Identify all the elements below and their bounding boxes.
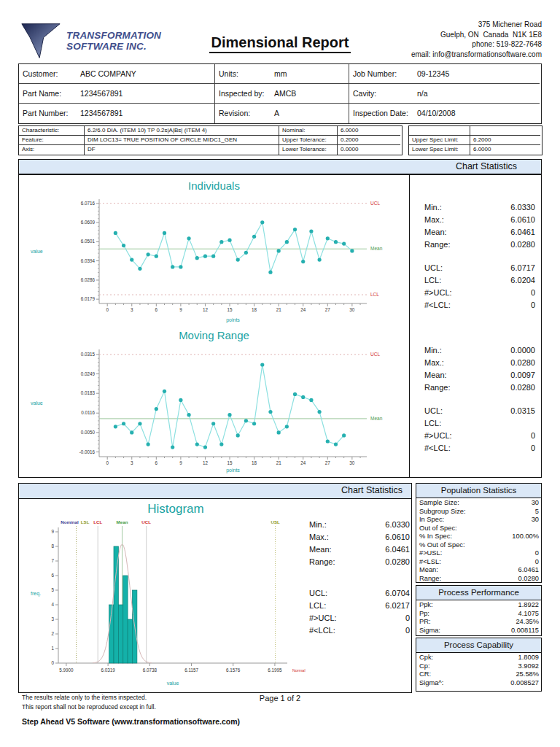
stat-label: #<LSL:: [419, 558, 441, 567]
stat-label: Subgroup Size:: [419, 508, 466, 516]
info-cell-value: 09-12345: [417, 69, 449, 78]
stat-row: Max.:6.0610: [419, 214, 537, 226]
data-point: [326, 236, 330, 240]
data-point: [293, 392, 297, 396]
stat-value: 30: [532, 516, 539, 525]
stat-label: % In Spec:: [419, 533, 452, 541]
svg-text:9: 9: [179, 460, 182, 465]
char-label: Axis:: [19, 145, 85, 155]
stat-row: Subgroup Size:5: [416, 508, 541, 516]
data-point: [155, 407, 158, 411]
stat-row: LCL:: [419, 417, 537, 430]
svg-text:value: value: [167, 681, 179, 686]
data-point: [260, 220, 264, 224]
stat-value: 6.0330: [385, 519, 410, 531]
page-number: Page 1 of 2: [0, 694, 560, 703]
data-point: [334, 240, 338, 244]
data-point: [326, 439, 330, 443]
stat-value: 6.0461: [518, 566, 539, 575]
info-cell-label: Part Number:: [23, 104, 80, 123]
data-series-line: [115, 222, 351, 272]
svg-text:Mean: Mean: [117, 519, 128, 525]
data-point: [130, 258, 133, 262]
tolerance-value: 0.0000: [338, 145, 400, 155]
info-cell-value: n/a: [417, 89, 428, 98]
char-value: DF: [85, 145, 279, 155]
stat-value: 6.0461: [510, 226, 535, 239]
stats-divider: [409, 175, 410, 477]
svg-text:LCL: LCL: [93, 519, 102, 525]
stat-value: 100.00%: [512, 533, 539, 541]
svg-text:LSL: LSL: [81, 519, 90, 525]
stat-label: #<LCL:: [309, 624, 335, 637]
svg-text:24: 24: [300, 307, 306, 312]
histogram-bar: [118, 605, 122, 663]
address-line: phone: 519-822-7648: [411, 39, 542, 50]
stat-row: Pp:4.1075: [416, 610, 541, 619]
stat-value: 0.0000: [510, 344, 535, 357]
stat-value: 3.9092: [518, 662, 539, 671]
svg-text:21: 21: [276, 307, 282, 312]
data-point: [268, 410, 272, 414]
stat-label: Mean:: [309, 543, 332, 556]
svg-text:30: 30: [349, 307, 355, 312]
data-point: [260, 363, 264, 366]
spec-value: [470, 126, 540, 136]
stat-row: Out of Spec:: [416, 525, 541, 533]
data-point: [203, 255, 207, 258]
svg-text:0: 0: [106, 460, 109, 465]
svg-text:6.0716: 6.0716: [81, 201, 96, 206]
svg-text:6: 6: [155, 460, 158, 465]
stat-row: % Out of Spec:: [416, 541, 541, 550]
data-point: [244, 251, 248, 255]
stat-label: UCL:: [424, 405, 443, 417]
process-performance-box: Process Performance Ppk:1.8922Pp:4.1075P…: [416, 585, 542, 636]
data-point: [155, 255, 158, 258]
svg-text:6.0501: 6.0501: [81, 239, 96, 244]
stat-value: 6.0217: [385, 600, 410, 612]
svg-text:USL: USL: [271, 519, 280, 525]
chart-statistics-band: Chart Statistics: [18, 159, 542, 174]
info-cell-value: AMCB: [274, 89, 296, 98]
svg-text:9: 9: [179, 307, 182, 312]
data-point: [228, 413, 231, 417]
svg-text:3: 3: [51, 616, 54, 622]
data-point: [252, 235, 256, 239]
population-statistics-box: Population Statistics Sample Size:30Subg…: [416, 483, 542, 583]
stat-row: #>UCL:0: [419, 430, 537, 442]
data-point: [187, 413, 190, 417]
data-point: [171, 445, 174, 449]
software-credit: Step Ahead V5 Software (www.transformati…: [22, 717, 240, 726]
data-point: [147, 252, 150, 256]
char-label: Feature:: [19, 136, 85, 145]
info-cell-label: Cavity:: [353, 84, 417, 103]
data-point: [171, 265, 174, 268]
data-point: [163, 390, 166, 393]
dimensional-report-page: TRANSFORMATION SOFTWARE INC. Dimensional…: [0, 0, 560, 747]
stat-label: % Out of Spec:: [419, 541, 465, 550]
individuals-chart: 6.07166.06096.05016.03946.02866.01790369…: [19, 190, 409, 325]
stat-row: Mean:6.0461: [416, 566, 541, 575]
data-point: [342, 242, 346, 246]
char-label: Characteristic:: [19, 126, 85, 136]
svg-text:6.0609: 6.0609: [81, 220, 96, 225]
stat-value: 0.0097: [510, 369, 535, 382]
stat-row: Cpk:1.8009: [416, 654, 541, 662]
svg-text:12: 12: [203, 307, 209, 312]
svg-text:freq.: freq.: [31, 591, 41, 597]
stat-label: LCL:: [424, 417, 441, 430]
stat-value: 0.008527: [510, 679, 539, 688]
data-point: [114, 231, 117, 235]
axes: 0.03150.02490.01830.01160.0050-0.0016036…: [79, 349, 367, 465]
stat-label: Cp:: [419, 662, 429, 671]
stat-row: Min.:6.0330: [303, 519, 411, 531]
stat-value: 1.8922: [518, 601, 539, 610]
info-cell-value: A: [274, 109, 279, 117]
info-cell-value: ABC COMPANY: [80, 69, 136, 78]
stat-row: #>USL:0: [416, 549, 541, 558]
tolerance-label: Lower Tolerance:: [279, 145, 338, 155]
data-point: [228, 239, 231, 242]
spec-label: [409, 126, 470, 136]
stat-row: #<LCL:0: [419, 299, 537, 311]
address-line: 375 Michener Road: [411, 20, 542, 30]
